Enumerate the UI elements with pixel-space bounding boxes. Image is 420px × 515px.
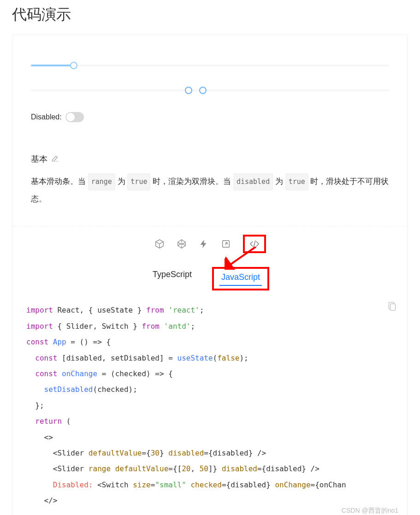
highlight-box-code-toggle bbox=[243, 235, 266, 253]
example-title: 基本 bbox=[31, 154, 47, 165]
code-block-wrap: import React, { useState } from 'react';… bbox=[12, 299, 408, 515]
codesandbox-icon[interactable] bbox=[154, 239, 165, 249]
disabled-switch[interactable] bbox=[65, 112, 84, 122]
highlight-box-js-tab: JavaScript bbox=[212, 267, 269, 290]
tab-javascript[interactable]: JavaScript bbox=[219, 270, 262, 286]
edit-icon[interactable] bbox=[51, 154, 59, 165]
example-title-row: 基本 bbox=[31, 154, 389, 165]
action-bar bbox=[12, 226, 408, 261]
code-tag-range: range bbox=[88, 173, 115, 190]
slider-track bbox=[31, 65, 74, 66]
slider-rail bbox=[31, 89, 389, 91]
slider-handle-lo[interactable] bbox=[185, 87, 192, 94]
codepen-icon[interactable] bbox=[177, 239, 187, 249]
example-card: Disabled: 基本 基本滑动条。当 range 为 true 时，渲染为双… bbox=[12, 34, 408, 515]
desc-text: 基本滑动条。当 bbox=[31, 177, 88, 186]
slider-handle[interactable] bbox=[70, 62, 77, 69]
demo-area: Disabled: bbox=[12, 35, 408, 141]
code-toggle-icon[interactable] bbox=[249, 239, 260, 249]
page-title: 代码演示 bbox=[0, 0, 420, 34]
disabled-label: Disabled: bbox=[31, 113, 62, 121]
slider-single[interactable] bbox=[31, 62, 389, 69]
code-tag-disabled: disabled bbox=[233, 173, 273, 190]
slider-handle-hi[interactable] bbox=[199, 87, 207, 94]
stackblitz-icon[interactable] bbox=[199, 239, 209, 249]
example-description: 基本滑动条。当 range 为 true 时，渲染为双滑块。当 disabled… bbox=[31, 173, 389, 207]
desc-area: 基本 基本滑动条。当 range 为 true 时，渲染为双滑块。当 disab… bbox=[12, 141, 408, 226]
desc-text: 为 bbox=[273, 177, 285, 186]
slider-rail bbox=[31, 65, 389, 66]
slider-range[interactable] bbox=[31, 87, 389, 94]
code-block: import React, { useState } from 'react';… bbox=[12, 299, 408, 515]
desc-text: 时，渲染为双滑块。当 bbox=[150, 177, 233, 186]
tab-typescript[interactable]: TypeScript bbox=[151, 267, 194, 290]
code-tag-true2: true bbox=[285, 173, 308, 190]
code-tabs: TypeScript JavaScript bbox=[12, 261, 408, 299]
switch-knob bbox=[66, 113, 75, 121]
copy-icon[interactable] bbox=[387, 301, 398, 312]
watermark: CSDN @西晋的no1 bbox=[342, 507, 398, 515]
disabled-row: Disabled: bbox=[31, 112, 389, 122]
svg-rect-3 bbox=[390, 304, 396, 310]
desc-text: 为 bbox=[115, 177, 127, 186]
code-tag-true: true bbox=[127, 173, 150, 190]
external-link-icon[interactable] bbox=[221, 239, 231, 249]
